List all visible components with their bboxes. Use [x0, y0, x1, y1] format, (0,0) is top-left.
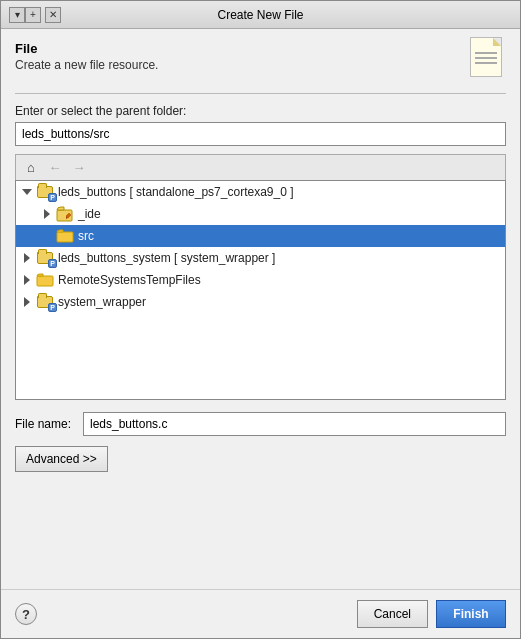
file-name-label: File name: — [15, 417, 75, 431]
section-title: File — [15, 41, 158, 56]
expand-icon — [40, 207, 54, 221]
expand-icon — [40, 229, 54, 243]
expand-icon — [20, 185, 34, 199]
section-info: File Create a new file resource. — [15, 41, 158, 72]
folder-pencil-icon — [56, 206, 74, 222]
tree-item[interactable]: _ide — [16, 203, 505, 225]
expand-icon — [20, 273, 34, 287]
file-icon-line — [475, 57, 497, 59]
home-button[interactable]: ⌂ — [20, 158, 42, 178]
folder-toolbar: ⌂ ← → — [15, 154, 506, 180]
file-icon — [466, 37, 506, 85]
close-button[interactable]: ✕ — [45, 7, 61, 23]
home-icon: ⌂ — [27, 160, 35, 175]
tree-item[interactable]: P system_wrapper — [16, 291, 505, 313]
project-icon: P — [36, 250, 54, 266]
divider — [15, 93, 506, 94]
title-bar-left: ▾ — [9, 7, 25, 23]
back-button[interactable]: ← — [44, 158, 66, 178]
parent-folder-label: Enter or select the parent folder: — [15, 104, 506, 118]
dialog-title: Create New File — [9, 8, 512, 22]
bottom-buttons: ? Cancel Finish — [1, 589, 520, 638]
file-icon-body — [470, 37, 502, 77]
file-name-input[interactable] — [83, 412, 506, 436]
advanced-button[interactable]: Advanced >> — [15, 446, 108, 472]
advanced-section: Advanced >> — [15, 446, 506, 472]
finish-button[interactable]: Finish — [436, 600, 506, 628]
dialog: ▾ Create New File + ✕ File Create a new … — [0, 0, 521, 639]
file-icon-line — [475, 52, 497, 54]
tree-label: system_wrapper — [58, 295, 146, 309]
section-header: File Create a new file resource. — [15, 41, 506, 85]
project-icon: P — [36, 184, 54, 200]
tree-item[interactable]: P leds_buttons_system [ system_wrapper ] — [16, 247, 505, 269]
file-icon-line — [475, 62, 497, 64]
spacer — [15, 472, 506, 577]
tree-label: _ide — [78, 207, 101, 221]
maximize-button[interactable]: + — [25, 7, 41, 23]
project-icon: P — [36, 294, 54, 310]
footer-left: ? — [15, 600, 349, 628]
folder-icon — [36, 273, 54, 287]
title-bar-buttons: + ✕ — [25, 7, 61, 23]
file-icon-fold — [493, 38, 501, 46]
file-icon-lines — [475, 52, 497, 67]
tree-item[interactable]: P leds_buttons [ standalone_ps7_cortexa9… — [16, 181, 505, 203]
src-folder-icon — [56, 229, 74, 243]
file-name-row: File name: — [15, 412, 506, 436]
tree-item[interactable]: RemoteSystemsTempFiles — [16, 269, 505, 291]
svg-rect-2 — [37, 276, 53, 286]
back-icon: ← — [49, 160, 62, 175]
tree-label: src — [78, 229, 94, 243]
tree-item-src[interactable]: src — [16, 225, 505, 247]
title-bar: ▾ Create New File + ✕ — [1, 1, 520, 29]
tree-label: RemoteSystemsTempFiles — [58, 273, 201, 287]
help-button[interactable]: ? — [15, 603, 37, 625]
cancel-button[interactable]: Cancel — [357, 600, 428, 628]
tree-label: leds_buttons_system [ system_wrapper ] — [58, 251, 275, 265]
section-subtitle: Create a new file resource. — [15, 58, 158, 72]
forward-button[interactable]: → — [68, 158, 90, 178]
folder-tree[interactable]: P leds_buttons [ standalone_ps7_cortexa9… — [15, 180, 506, 400]
expand-icon — [20, 295, 34, 309]
forward-icon: → — [73, 160, 86, 175]
tree-label: leds_buttons [ standalone_ps7_cortexa9_0… — [58, 185, 294, 199]
svg-rect-1 — [57, 232, 73, 242]
window-menu-button[interactable]: ▾ — [9, 7, 25, 23]
parent-folder-input[interactable] — [15, 122, 506, 146]
dialog-body: File Create a new file resource. Enter o… — [1, 29, 520, 589]
expand-icon — [20, 251, 34, 265]
